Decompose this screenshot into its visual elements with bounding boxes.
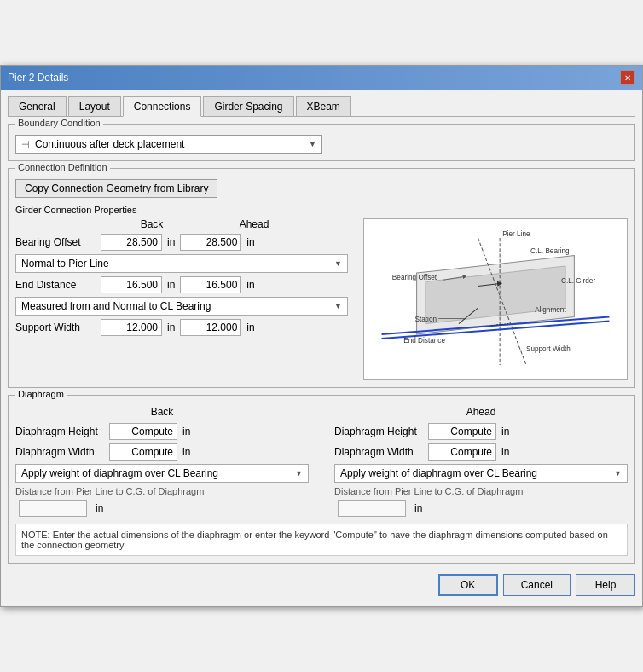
cl-bearing-diagram-label: C.L. Bearing — [530, 248, 570, 256]
diaphragm-ahead-distance-row: Distance from Pier Line to C.G. of Diaph… — [334, 486, 628, 496]
boundary-combo-text: Continuous after deck placement — [35, 138, 309, 150]
boundary-condition-label: Boundary Condition — [15, 118, 103, 128]
diaphragm-back-distance-input[interactable] — [19, 500, 87, 517]
diaphragm-ahead-distance-input[interactable] — [338, 500, 406, 517]
tab-layout[interactable]: Layout — [68, 96, 121, 116]
connection-definition-label: Connection Definition — [15, 162, 110, 172]
diaphragm-height-label-ahead: Diaphragm Height — [334, 426, 428, 437]
diaphragm-ahead-col: Ahead Diaphragm Height in Diaphragm Widt… — [334, 406, 628, 517]
diaphragm-back-header: Back — [15, 406, 309, 418]
bearing-offset-row: Bearing Offset in in — [15, 234, 356, 251]
bearing-ahead-unit: in — [246, 236, 254, 248]
connection-definition-group: Connection Definition Copy Connection Ge… — [8, 168, 635, 388]
support-back-input[interactable] — [101, 319, 162, 336]
close-button[interactable]: ✕ — [620, 70, 635, 85]
end-distance-diagram-label: End Distance — [403, 337, 445, 345]
support-width-row: Support Width in in — [15, 319, 356, 336]
diaphragm-back-col: Back Diaphragm Height in Diaphragm Width… — [15, 406, 309, 517]
connection-diagram: Pier Line C.L. Bearing Bearing Offset C.… — [363, 218, 628, 380]
diaphragm-back-height-input[interactable] — [109, 423, 177, 440]
boundary-condition-combo[interactable]: ⊣ Continuous after deck placement ▼ — [15, 135, 322, 154]
diaphragm-ahead-height-unit: in — [501, 426, 509, 437]
diaphragm-back-distance-input-row: in — [15, 500, 309, 517]
bearing-offset-diagram-label: Bearing Offset — [392, 274, 437, 281]
bearing-back-input[interactable] — [101, 234, 162, 251]
tab-girder-spacing[interactable]: Girder Spacing — [203, 96, 293, 116]
diagram-svg: Pier Line C.L. Bearing Bearing Offset C.… — [364, 219, 627, 379]
diaphragm-ahead-combo[interactable]: Apply weight of diaphragm over CL Bearin… — [334, 464, 628, 483]
bearing-dropdown-row: Normal to Pier Line ▼ — [15, 254, 356, 273]
diaphragm-ahead-width-input[interactable] — [428, 443, 496, 461]
end-ahead-unit: in — [246, 279, 254, 291]
station-diagram-label: Station — [415, 316, 437, 323]
bearing-ahead-input[interactable] — [180, 234, 241, 251]
diaphragm-note-text: NOTE: Enter the actual dimensions of the… — [21, 530, 608, 550]
end-dropdown-row: Measured from and Normal to CL Bearing ▼ — [15, 297, 356, 316]
back-header: Back — [101, 218, 203, 230]
diaphragm-height-label-back: Diaphragm Height — [15, 426, 109, 437]
diaphragm-back-distance-row: Distance from Pier Line to C.G. of Diaph… — [15, 486, 309, 496]
ok-button[interactable]: OK — [438, 574, 498, 596]
diaphragm-ahead-width-row: Diaphragm Width in — [334, 443, 628, 461]
diaphragm-group-label: Diaphragm — [15, 389, 67, 399]
diaphragm-back-distance-label: Distance from Pier Line to C.G. of Diaph… — [15, 486, 204, 496]
tab-connections[interactable]: Connections — [123, 96, 202, 117]
diaphragm-ahead-distance-input-row: in — [334, 500, 628, 517]
end-back-input[interactable] — [101, 276, 162, 293]
two-panel: Back Ahead Bearing Offset in in — [15, 218, 628, 380]
diaphragm-group: Diaphragm Back Diaphragm Height in Diaph… — [8, 395, 635, 564]
help-button[interactable]: Help — [576, 574, 635, 596]
boundary-row: ⊣ Continuous after deck placement ▼ — [15, 135, 628, 154]
bearing-back-unit: in — [167, 236, 175, 248]
footer-buttons: OK Cancel Help — [8, 571, 635, 600]
diaphragm-back-combo-arrow: ▼ — [295, 469, 303, 478]
support-width-diagram-label: Support Width — [526, 346, 571, 354]
diaphragm-back-width-unit: in — [182, 446, 190, 458]
diaphragm-ahead-distance-label: Distance from Pier Line to C.G. of Diaph… — [334, 486, 523, 496]
tab-bar: General Layout Connections Girder Spacin… — [8, 96, 635, 117]
tab-xbeam[interactable]: XBeam — [296, 96, 351, 116]
end-ahead-input[interactable] — [180, 276, 241, 293]
title-bar: Pier 2 Details ✕ — [1, 66, 642, 90]
diaphragm-ahead-height-row: Diaphragm Height in — [334, 423, 628, 440]
boundary-combo-arrow: ▼ — [309, 140, 316, 148]
diaphragm-width-label-back: Diaphragm Width — [15, 446, 109, 458]
end-combo-arrow: ▼ — [334, 302, 342, 310]
copy-connection-button[interactable]: Copy Connection Geometry from Library — [15, 179, 217, 198]
diaphragm-back-combo-text: Apply weight of diaphragm over CL Bearin… — [21, 467, 295, 479]
diaphragm-back-combo[interactable]: Apply weight of diaphragm over CL Bearin… — [15, 464, 309, 483]
end-type-combo[interactable]: Measured from and Normal to CL Bearing ▼ — [15, 297, 348, 316]
tab-general[interactable]: General — [8, 96, 67, 116]
end-back-unit: in — [167, 279, 175, 291]
diaphragm-back-width-input[interactable] — [109, 443, 177, 461]
diaphragm-back-height-unit: in — [182, 426, 190, 437]
support-ahead-unit: in — [246, 322, 254, 333]
alignment-diagram-label: Alignment — [535, 306, 566, 314]
diaphragm-back-distance-unit: in — [96, 502, 103, 514]
cl-girder-diagram-label: C.L. Girder — [561, 278, 595, 286]
dialog-body: General Layout Connections Girder Spacin… — [1, 90, 642, 606]
diaphragm-ahead-distance-unit: in — [414, 502, 422, 514]
bearing-offset-label: Bearing Offset — [15, 236, 101, 248]
end-combo-text: Measured from and Normal to CL Bearing — [21, 300, 334, 312]
cancel-button[interactable]: Cancel — [503, 574, 571, 596]
ahead-header: Ahead — [203, 218, 305, 230]
diaphragm-note: NOTE: Enter the actual dimensions of the… — [15, 524, 628, 556]
bearing-type-combo[interactable]: Normal to Pier Line ▼ — [15, 254, 348, 273]
end-distance-label: End Distance — [15, 279, 101, 291]
diaphragm-ahead-width-unit: in — [501, 446, 509, 458]
support-width-label: Support Width — [15, 322, 101, 333]
support-back-unit: in — [167, 322, 175, 333]
diaphragm-ahead-combo-text: Apply weight of diaphragm over CL Bearin… — [340, 467, 614, 479]
diaphragm-ahead-combo-arrow: ▼ — [614, 469, 622, 478]
pier-line-diagram-label: Pier Line — [502, 230, 530, 238]
diaphragm-back-height-row: Diaphragm Height in — [15, 423, 309, 440]
support-ahead-input[interactable] — [180, 319, 241, 336]
boundary-icon: ⊣ — [21, 139, 30, 150]
boundary-condition-group: Boundary Condition ⊣ Continuous after de… — [8, 124, 635, 161]
diaphragm-width-label-ahead: Diaphragm Width — [334, 446, 428, 458]
diaphragm-ahead-header: Ahead — [334, 406, 628, 418]
diaphragm-back-width-row: Diaphragm Width in — [15, 443, 309, 461]
diaphragm-inner: Back Diaphragm Height in Diaphragm Width… — [15, 406, 628, 517]
diaphragm-ahead-height-input[interactable] — [428, 423, 496, 440]
